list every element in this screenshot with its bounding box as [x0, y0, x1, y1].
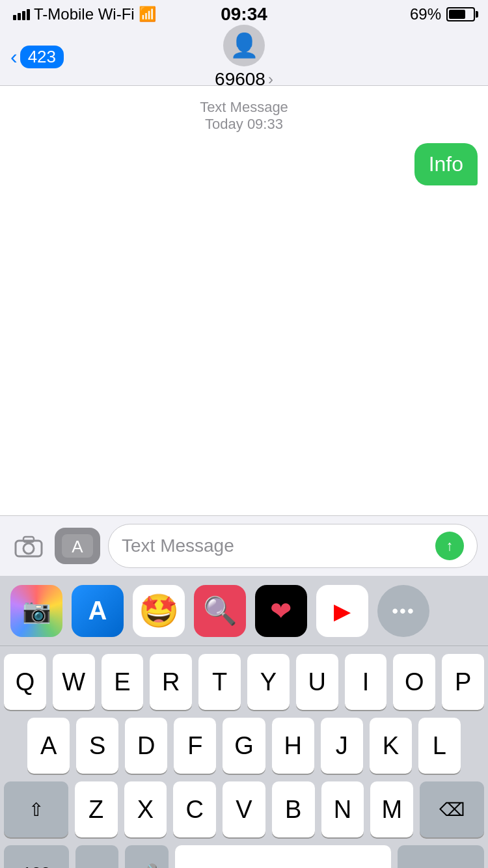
key-space[interactable]: space [175, 845, 391, 868]
text-input-container[interactable]: Text Message ↑ [108, 524, 478, 568]
heart-icon: ❤ [270, 596, 292, 626]
memoji-icon: 🤩 [139, 592, 179, 630]
camera-button[interactable] [10, 528, 47, 564]
message-area: Text Message Today 09:33 Info [0, 86, 488, 515]
back-chevron-icon: ‹ [10, 45, 18, 69]
battery-icon [446, 7, 475, 21]
key-delete[interactable]: ⌫ [420, 781, 484, 837]
message-type-label: Text Message [0, 99, 488, 116]
input-area: A Text Message ↑ [0, 515, 488, 576]
key-a[interactable]: A [27, 718, 70, 774]
app-strip: 📷 A 🤩 🔍 ❤ ▶ ••• [0, 576, 488, 646]
keyboard-row-2: A S D F G H J K L [4, 718, 484, 774]
key-k[interactable]: K [370, 718, 412, 774]
key-numbers[interactable]: 123 [4, 845, 69, 868]
svg-point-1 [23, 543, 34, 554]
key-f[interactable]: F [174, 718, 216, 774]
app-strip-more[interactable]: ••• [377, 585, 429, 637]
back-button[interactable]: ‹ 423 [10, 45, 64, 69]
key-t[interactable]: T [198, 654, 241, 710]
key-j[interactable]: J [321, 718, 363, 774]
key-x[interactable]: X [124, 781, 167, 837]
key-z[interactable]: Z [75, 781, 118, 837]
message-time-label: Today 09:33 [0, 116, 488, 133]
message-timestamp: Text Message Today 09:33 [0, 99, 488, 133]
avatar: 👤 [223, 25, 265, 66]
globe-search-icon: 🔍 [203, 595, 237, 627]
message-bubble-sent[interactable]: Info [414, 143, 478, 185]
app-drawer-icon: A [61, 533, 94, 559]
key-m[interactable]: M [370, 781, 413, 837]
key-p[interactable]: P [442, 654, 484, 710]
key-r[interactable]: R [150, 654, 192, 710]
app-strip-heart[interactable]: ❤ [255, 585, 307, 637]
back-count-badge[interactable]: 423 [20, 46, 64, 68]
keyboard-row-3: ⇧ Z X C V B N M ⌫ [4, 781, 484, 837]
signal-bars [13, 8, 30, 20]
key-l[interactable]: L [418, 718, 461, 774]
status-right: 69% [410, 5, 475, 23]
app-drawer-button[interactable]: A [55, 528, 100, 564]
key-v[interactable]: V [223, 781, 265, 837]
app-strip-memoji[interactable]: 🤩 [133, 585, 185, 637]
text-input-placeholder[interactable]: Text Message [122, 536, 234, 556]
send-arrow-icon: ↑ [446, 537, 454, 554]
keyboard-row-4: 123 ☺ 🎤 space return [4, 845, 484, 868]
appstore-icon: A [88, 596, 107, 625]
key-q[interactable]: Q [4, 654, 46, 710]
signal-bar-2 [18, 13, 21, 20]
carrier-label: T-Mobile Wi-Fi [34, 5, 135, 23]
key-n[interactable]: N [321, 781, 364, 837]
app-strip-youtube[interactable]: ▶ [316, 585, 368, 637]
key-g[interactable]: G [223, 718, 265, 774]
more-icon: ••• [392, 601, 414, 621]
signal-bar-1 [13, 15, 16, 20]
key-shift[interactable]: ⇧ [4, 781, 68, 837]
keyboard-row-1: Q W E R T Y U I O P [4, 654, 484, 710]
key-s[interactable]: S [76, 718, 118, 774]
contact-header[interactable]: 👤 69608 › [215, 25, 273, 90]
signal-bar-3 [22, 11, 25, 20]
key-mic[interactable]: 🎤 [125, 845, 168, 868]
key-w[interactable]: W [53, 654, 95, 710]
keyboard: Q W E R T Y U I O P A S D F G H J K L ⇧ … [0, 646, 488, 868]
svg-text:A: A [72, 537, 83, 556]
youtube-icon: ▶ [334, 598, 351, 624]
message-row: Info [10, 143, 478, 185]
status-time: 09:34 [221, 4, 267, 25]
key-d[interactable]: D [125, 718, 167, 774]
app-strip-search[interactable]: 🔍 [194, 585, 246, 637]
nav-bar: ‹ 423 👤 69608 › [0, 29, 488, 86]
key-u[interactable]: U [296, 654, 338, 710]
battery-percent: 69% [410, 5, 441, 23]
photos-icon: 📷 [22, 597, 51, 625]
key-h[interactable]: H [272, 718, 314, 774]
key-b[interactable]: B [272, 781, 315, 837]
message-list: Text Message Today 09:33 Info [0, 86, 488, 204]
key-c[interactable]: C [173, 781, 216, 837]
messages-container: Info [0, 143, 488, 185]
status-left: T-Mobile Wi-Fi 📶 [13, 5, 156, 23]
camera-icon [14, 534, 43, 558]
wifi-icon: 📶 [139, 6, 156, 23]
key-emoji[interactable]: ☺ [75, 845, 118, 868]
send-button[interactable]: ↑ [435, 532, 464, 560]
avatar-person-icon: 👤 [230, 32, 259, 59]
key-e[interactable]: E [102, 654, 144, 710]
key-i[interactable]: I [345, 654, 387, 710]
app-strip-appstore[interactable]: A [72, 585, 124, 637]
signal-bar-4 [27, 9, 30, 20]
svg-rect-2 [23, 537, 34, 542]
key-o[interactable]: O [393, 654, 435, 710]
key-return[interactable]: return [398, 845, 484, 868]
app-strip-photos[interactable]: 📷 [10, 585, 62, 637]
key-y[interactable]: Y [247, 654, 290, 710]
